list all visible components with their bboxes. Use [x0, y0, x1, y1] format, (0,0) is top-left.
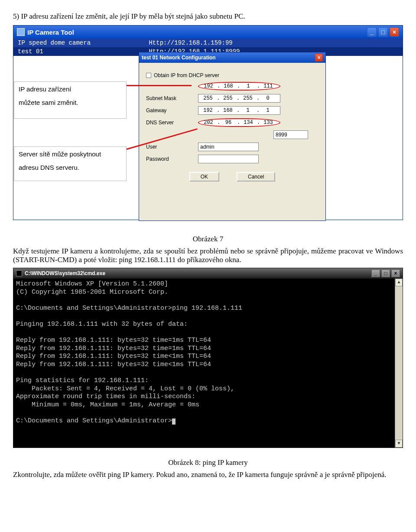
dialog-titlebar[interactable]: test 01 Network Configuration ×	[139, 52, 325, 63]
device-name: IP speed dome camera	[18, 39, 91, 46]
dhcp-label: Obtain IP from DHCP server	[154, 72, 219, 78]
dns-input[interactable]: 202. 96. 134. 133	[198, 118, 280, 127]
figure-ipcamera: IP Camera Tool _ □ × IP speed dome camer…	[13, 25, 403, 224]
annotation-dns: Server sítě může poskytnout adresu DNS s…	[14, 146, 127, 181]
caption-figure-8: Obrázek 8: ping IP kamery	[13, 458, 403, 467]
cmd-title: C:\WINDOWS\system32\cmd.exe	[25, 270, 105, 276]
password-input[interactable]	[198, 155, 259, 163]
password-label: Password	[146, 156, 198, 162]
maximize-button[interactable]: □	[381, 269, 390, 277]
close-button[interactable]: ×	[391, 269, 400, 277]
dhcp-checkbox[interactable]	[146, 73, 151, 78]
cursor-icon	[172, 418, 176, 425]
dialog-title: test 01 Network Configuration	[142, 55, 216, 61]
user-input[interactable]: admin	[198, 143, 259, 151]
para-ping-instruction: Když testujeme IP kameru a kontrolujeme,…	[13, 247, 403, 264]
ok-button[interactable]: OK	[189, 172, 219, 182]
scroll-up-icon[interactable]: ▲	[395, 279, 403, 286]
minimize-button[interactable]: _	[367, 27, 377, 37]
subnet-label: Subnet Mask	[146, 95, 198, 101]
port-input[interactable]: 8999	[273, 130, 308, 139]
network-config-dialog: test 01 Network Configuration × Obtain I…	[139, 52, 326, 221]
ipcamera-titlebar[interactable]: IP Camera Tool _ □ ×	[13, 26, 403, 39]
cmd-titlebar[interactable]: C:\WINDOWS\system32\cmd.exe _ □ ×	[13, 268, 403, 279]
app-icon	[17, 28, 25, 36]
minimize-button[interactable]: _	[371, 269, 380, 277]
para-intro: 5) IP adresu zařízení lze změnit, ale je…	[13, 12, 403, 21]
cmd-icon	[16, 270, 22, 276]
cmd-output[interactable]: Microsoft Windows XP [Version 5.1.2600] …	[13, 279, 403, 448]
scrollbar[interactable]: ▲ ▼	[395, 279, 403, 448]
ip-address-input[interactable]: 192. 168. 1. 111	[198, 82, 280, 91]
device-row-1[interactable]: IP speed dome camera Http://192.168.1.15…	[13, 39, 403, 47]
user-label: User	[146, 144, 198, 150]
cancel-button[interactable]: Cancel	[237, 172, 275, 182]
subnet-input[interactable]: 255. 255. 255. 0	[198, 94, 280, 103]
gateway-label: Gateway	[146, 107, 198, 114]
maximize-button[interactable]: □	[378, 27, 388, 37]
dns-label: DNS Server	[146, 120, 198, 126]
device-name: test 01	[18, 48, 43, 55]
gateway-input[interactable]: 192. 168. 1. 1	[198, 106, 280, 115]
scroll-down-icon[interactable]: ▼	[395, 440, 403, 448]
dhcp-row: Obtain IP from DHCP server	[146, 72, 318, 78]
annotation-ip: IP adresu zařízení můžete sami změnit.	[14, 81, 127, 119]
caption-figure-7: Obrázek 7	[13, 235, 403, 243]
close-button[interactable]: ×	[390, 27, 399, 37]
app-title: IP Camera Tool	[27, 29, 74, 36]
para-conclusion: Zkontrolujte, zda můžete ověřit ping IP …	[13, 470, 403, 479]
red-pointer-line-1	[127, 85, 192, 86]
device-url: Http://192.168.1.159:99	[149, 39, 232, 46]
dialog-close-button[interactable]: ×	[315, 54, 323, 62]
figure-cmd: C:\WINDOWS\system32\cmd.exe _ □ × Micros…	[13, 268, 403, 448]
